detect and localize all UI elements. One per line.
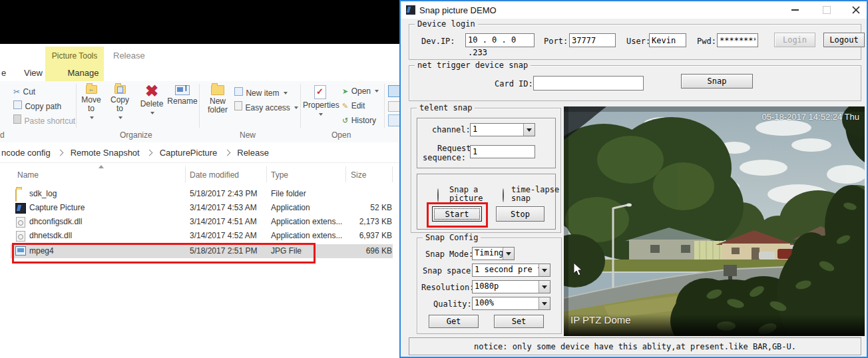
folder-icon bbox=[15, 189, 17, 202]
file-size: 696 KB bbox=[326, 246, 392, 256]
file-row-capture-picture[interactable]: Capture Picture 3/14/2017 4:53 AM Applic… bbox=[11, 201, 393, 215]
snap-space-label: Snap space: bbox=[423, 266, 475, 275]
open-button[interactable]: ➤ Open bbox=[342, 85, 379, 96]
pwd-label: Pwd: bbox=[697, 37, 716, 46]
channel-value: 1 bbox=[471, 124, 523, 136]
easy-access-button[interactable]: Easy access bbox=[234, 101, 298, 113]
details-view-icon[interactable] bbox=[388, 101, 400, 112]
delete-button[interactable]: ✖ Delete bbox=[137, 83, 166, 117]
sort-ascending-icon bbox=[99, 165, 104, 168]
device-login-group-label: Device login bbox=[415, 19, 478, 29]
properties-icon: ✓ bbox=[314, 85, 326, 99]
copy-to-button[interactable]: Copy to bbox=[107, 85, 133, 122]
easy-access-label: Easy access bbox=[245, 103, 290, 112]
resolution-dropdown-button[interactable] bbox=[539, 281, 550, 293]
channel-dropdown-button[interactable] bbox=[523, 124, 535, 136]
snap-a-picture-label-2: picture bbox=[449, 194, 483, 203]
new-item-button[interactable]: New item bbox=[234, 87, 288, 98]
dev-ip-field[interactable]: 10 . 0 . 0 .233 bbox=[465, 33, 535, 47]
snap-mode-dropdown[interactable]: Timing bbox=[472, 247, 515, 260]
login-button[interactable]: Login bbox=[774, 33, 815, 47]
ribbon: ✂ Cut Copy path Paste shortcut ← Move to… bbox=[0, 81, 401, 143]
breadcrumb-item[interactable]: CapturePicture bbox=[160, 148, 218, 158]
history-button[interactable]: ↺ History bbox=[342, 114, 376, 126]
pwd-field[interactable] bbox=[717, 33, 758, 47]
easy-access-icon bbox=[234, 101, 242, 110]
paste-shortcut-label: Paste shortcut bbox=[24, 116, 75, 126]
get-button[interactable]: Get bbox=[429, 315, 479, 328]
close-button[interactable] bbox=[847, 3, 865, 17]
open-caret bbox=[375, 90, 379, 92]
port-field[interactable] bbox=[569, 33, 616, 47]
camera-name-overlay: IP PTZ Dome bbox=[570, 314, 631, 325]
tab-manage[interactable]: Manage bbox=[63, 68, 104, 78]
properties-button[interactable]: ✓ Properties bbox=[303, 85, 337, 118]
channel-label: channel: bbox=[432, 125, 471, 134]
large-icons-view-icon[interactable] bbox=[388, 85, 400, 97]
delete-caret bbox=[149, 108, 154, 117]
minimize-button[interactable] bbox=[785, 3, 804, 17]
set-button[interactable]: Set bbox=[494, 315, 544, 328]
file-row-dhconfigsdk[interactable]: dhconfigsdk.dll 3/14/2017 4:51 AM Applic… bbox=[11, 215, 393, 229]
logout-button[interactable]: Logout bbox=[823, 33, 865, 47]
column-header-type[interactable]: Type bbox=[271, 170, 288, 180]
card-id-field[interactable] bbox=[533, 76, 644, 90]
breadcrumb-item[interactable]: Remote Snapshot bbox=[71, 148, 140, 158]
dll-file-icon bbox=[16, 231, 25, 242]
cut-button[interactable]: ✂ Cut bbox=[13, 85, 35, 97]
column-separator[interactable] bbox=[185, 166, 186, 182]
video-preview[interactable]: 05-18-2017 14:52:24 Thu IP PTZ Dome bbox=[564, 106, 865, 336]
dll-file-icon bbox=[16, 217, 25, 228]
quality-dropdown-button[interactable] bbox=[539, 297, 550, 309]
snap-button[interactable]: Snap bbox=[681, 74, 753, 89]
dev-ip-value: 10 . 0 . 0 .233 bbox=[468, 35, 516, 57]
delete-x-icon: ✖ bbox=[145, 82, 158, 100]
column-header-date-modified[interactable]: Date modified bbox=[190, 170, 239, 180]
column-separator[interactable] bbox=[266, 166, 267, 182]
application-icon bbox=[15, 203, 26, 214]
get-button-label: Get bbox=[447, 317, 461, 326]
move-to-button[interactable]: ← Move to bbox=[78, 85, 105, 122]
file-row-dhnetsdk[interactable]: dhnetsdk.dll 3/14/2017 4:52 AM Applicati… bbox=[11, 229, 393, 243]
file-row-sdk-log[interactable]: sdk_log 5/18/2017 2:43 PM File folder bbox=[11, 187, 393, 201]
column-separator[interactable] bbox=[345, 166, 346, 182]
snap-space-dropdown[interactable]: 1 second pre fra bbox=[472, 264, 550, 277]
user-field[interactable] bbox=[649, 33, 686, 47]
resolution-dropdown[interactable]: 1080p bbox=[472, 280, 550, 293]
copy-path-button[interactable]: Copy path bbox=[13, 100, 61, 112]
column-header-size[interactable]: Size bbox=[351, 170, 366, 180]
quality-value: 100% bbox=[473, 297, 539, 309]
snap-a-picture-radio[interactable] bbox=[437, 188, 439, 202]
paste-shortcut-button[interactable]: Paste shortcut bbox=[13, 114, 75, 126]
list-view-icon[interactable] bbox=[388, 114, 400, 126]
snap-config-group-label: Snap Config bbox=[423, 233, 481, 242]
ribbon-separator bbox=[199, 84, 200, 128]
chevron-right-icon bbox=[57, 149, 64, 156]
time-lapse-snap-radio[interactable] bbox=[503, 188, 504, 202]
dropdown-arrow-icon bbox=[542, 269, 547, 272]
net-trigger-group: net trigger device snap Card ID: Snap bbox=[409, 65, 861, 101]
edit-button[interactable]: ✎ Edit bbox=[342, 99, 365, 111]
column-separator[interactable] bbox=[392, 166, 393, 182]
maximize-button[interactable] bbox=[817, 3, 836, 17]
channel-dropdown[interactable]: 1 bbox=[470, 123, 535, 136]
breadcrumb-item[interactable]: Release bbox=[237, 148, 269, 158]
picture-tools-label: Picture Tools bbox=[52, 51, 97, 61]
stop-button[interactable]: Stop bbox=[496, 206, 544, 222]
quality-dropdown[interactable]: 100% bbox=[472, 297, 550, 310]
copy-to-label: Copy to bbox=[110, 95, 129, 113]
ribbon-separator bbox=[300, 84, 301, 128]
new-folder-button[interactable]: New folder bbox=[203, 85, 232, 114]
video-timestamp-overlay: 05-18-2017 14:52:24 Thu bbox=[762, 112, 860, 122]
request-sequence-field[interactable] bbox=[470, 145, 535, 158]
snap-space-dropdown-button[interactable] bbox=[539, 264, 550, 276]
demo-titlebar[interactable]: Snap picture DEMO bbox=[401, 1, 867, 19]
breadcrumb-item[interactable]: ncode config bbox=[1, 148, 51, 158]
tab-view[interactable]: View bbox=[24, 68, 43, 78]
tab-share-partial[interactable]: e bbox=[1, 68, 6, 78]
breadcrumb: ncode config Remote Snapshot CapturePict… bbox=[0, 142, 401, 163]
snap-mode-dropdown-button[interactable] bbox=[503, 248, 514, 260]
copy-path-icon bbox=[13, 100, 22, 109]
rename-button[interactable]: I Rename bbox=[166, 85, 198, 106]
column-header-name[interactable]: Name bbox=[17, 170, 39, 180]
